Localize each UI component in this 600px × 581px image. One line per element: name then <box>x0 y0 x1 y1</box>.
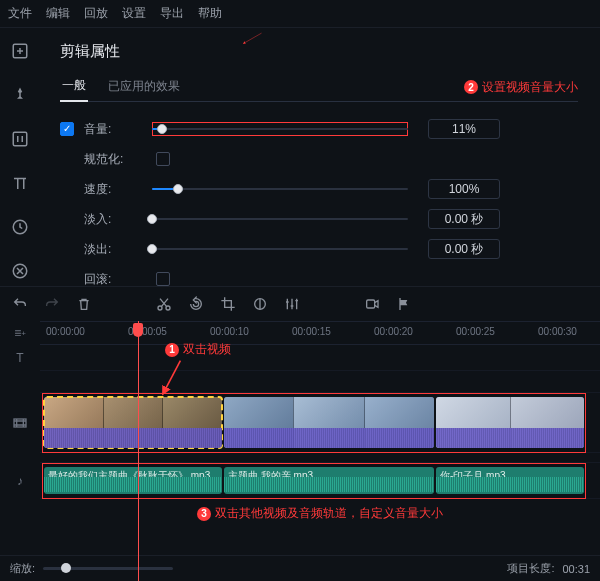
fadein-label: 淡入: <box>84 211 142 228</box>
fadein-slider[interactable] <box>152 212 408 226</box>
tick: 00:00:15 <box>292 326 331 337</box>
properties-tabs: 一般 已应用的效果 2设置视频音量大小 <box>60 73 578 102</box>
audio-track[interactable]: 最好的我们主题曲《耿耿于怀》.mp3 主题曲 我的亲.mp3 你-印子月.mp3 <box>40 463 600 499</box>
audio-clip-1[interactable]: 最好的我们主题曲《耿耿于怀》.mp3 <box>44 467 222 494</box>
annotation-3: 3双击其他视频及音频轨道，自定义音量大小 <box>40 505 600 522</box>
crop-icon[interactable] <box>220 296 236 312</box>
tick: 00:00:00 <box>46 326 85 337</box>
annotation-arrow-1 <box>158 359 190 401</box>
redo-icon[interactable] <box>44 296 60 312</box>
clock-icon[interactable] <box>7 214 33 240</box>
audio-clip-2[interactable]: 主题曲 我的亲.mp3 <box>224 467 434 494</box>
playhead[interactable] <box>138 321 139 581</box>
panel-title: 剪辑属性 <box>60 42 578 61</box>
fadeout-value[interactable]: 0.00 秒 <box>428 239 500 259</box>
rewind-label: 回滚: <box>84 271 142 288</box>
fadeout-slider[interactable] <box>152 242 408 256</box>
fadein-value[interactable]: 0.00 秒 <box>428 209 500 229</box>
project-length-label: 项目长度: <box>507 561 554 576</box>
tick: 00:00:20 <box>374 326 413 337</box>
volume-checkbox[interactable] <box>60 122 74 136</box>
speed-slider[interactable] <box>152 182 408 196</box>
properties-panel: 剪辑属性 一般 已应用的效果 2设置视频音量大小 音量: 11% 规范化: 速度… <box>40 28 600 286</box>
menu-export[interactable]: 导出 <box>160 5 184 22</box>
video-clip-1[interactable] <box>44 397 222 448</box>
timeline-toolbar <box>0 287 600 321</box>
zoom-slider[interactable] <box>43 567 173 570</box>
menu-edit[interactable]: 编辑 <box>46 5 70 22</box>
video-track[interactable] <box>40 393 600 453</box>
time-ruler[interactable]: 00:00:00 00:00:05 00:00:10 00:00:15 00:0… <box>40 321 600 345</box>
menu-playback[interactable]: 回放 <box>84 5 108 22</box>
wrench-icon[interactable] <box>7 258 33 284</box>
menu-file[interactable]: 文件 <box>8 5 32 22</box>
volume-value[interactable]: 11% <box>428 119 500 139</box>
flag-icon[interactable] <box>396 296 412 312</box>
plus-icon[interactable] <box>7 38 33 64</box>
volume-label: 音量: <box>84 121 142 138</box>
undo-icon[interactable] <box>12 296 28 312</box>
svg-rect-8 <box>14 419 26 427</box>
text-icon[interactable] <box>7 170 33 196</box>
normalize-checkbox[interactable] <box>156 152 170 166</box>
delete-icon[interactable] <box>76 296 92 312</box>
video-clip-2[interactable] <box>224 397 434 448</box>
equalizer-icon[interactable] <box>284 296 300 312</box>
annotation-2: 2设置视频音量大小 <box>464 79 578 96</box>
svg-rect-1 <box>13 132 27 146</box>
tick: 00:00:25 <box>456 326 495 337</box>
project-length-value: 00:31 <box>562 563 590 575</box>
fadeout-label: 淡出: <box>84 241 142 258</box>
bracket-icon[interactable] <box>7 126 33 152</box>
text-track-icon[interactable]: T <box>0 345 40 371</box>
text-track[interactable] <box>40 345 600 371</box>
record-icon[interactable] <box>364 296 380 312</box>
timeline-options-icon[interactable]: ≡+ <box>0 321 40 345</box>
spacer-track-2 <box>40 453 600 463</box>
tick: 00:00:30 <box>538 326 577 337</box>
cut-icon[interactable] <box>156 296 172 312</box>
tick: 00:00:10 <box>210 326 249 337</box>
speed-value[interactable]: 100% <box>428 179 500 199</box>
status-bar: 缩放: 项目长度: 00:31 <box>0 555 600 581</box>
speed-label: 速度: <box>84 181 142 198</box>
menu-help[interactable]: 帮助 <box>198 5 222 22</box>
annotation-1: 1双击视频 <box>165 341 231 358</box>
rewind-checkbox[interactable] <box>156 272 170 286</box>
video-clip-3[interactable] <box>436 397 584 448</box>
video-track-icon[interactable] <box>0 393 40 453</box>
audio-track-icon[interactable]: ♪ <box>0 463 40 499</box>
rotate-icon[interactable] <box>188 296 204 312</box>
spacer-track <box>40 371 600 393</box>
pin-icon[interactable] <box>7 82 33 108</box>
svg-rect-7 <box>367 300 375 308</box>
volume-slider[interactable] <box>152 122 408 136</box>
menu-settings[interactable]: 设置 <box>122 5 146 22</box>
zoom-label: 缩放: <box>10 561 35 576</box>
tab-applied-effects[interactable]: 已应用的效果 <box>106 74 182 101</box>
tab-general[interactable]: 一般 <box>60 73 88 102</box>
menubar: 文件 编辑 回放 设置 导出 帮助 <box>0 0 600 28</box>
adjust-icon[interactable] <box>252 296 268 312</box>
side-toolbar <box>0 28 40 286</box>
timeline: ≡+ T ♪ 00:00:00 00:00:05 00:00:10 00:00:… <box>0 321 600 581</box>
normalize-label: 规范化: <box>84 151 142 168</box>
audio-clip-3[interactable]: 你-印子月.mp3 <box>436 467 584 494</box>
